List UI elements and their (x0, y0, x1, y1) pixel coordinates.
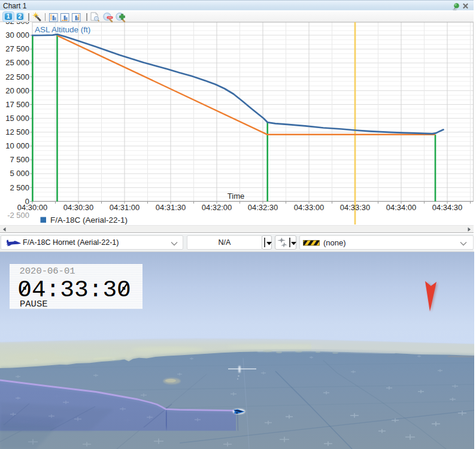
svg-text:ASL Altitude (ft): ASL Altitude (ft) (35, 25, 90, 34)
svg-text:20 000: 20 000 (5, 86, 29, 95)
svg-text:04:32:00: 04:32:00 (202, 203, 232, 212)
svg-text:27 500: 27 500 (5, 44, 29, 53)
svg-text:04:34:30: 04:34:30 (432, 203, 463, 212)
svg-text:7 500: 7 500 (10, 155, 29, 164)
svg-text:04:33:00: 04:33:00 (294, 203, 325, 212)
svg-text:10 000: 10 000 (5, 141, 29, 150)
svg-text:F/A-18C (Aerial-22-1): F/A-18C (Aerial-22-1) (50, 216, 128, 224)
svg-text:5 000: 5 000 (10, 169, 29, 178)
svg-text:2 500: 2 500 (10, 183, 29, 192)
svg-text:04:30:30: 04:30:30 (63, 203, 94, 212)
svg-text:25 000: 25 000 (5, 58, 29, 67)
svg-text:22 500: 22 500 (5, 72, 29, 81)
svg-text:04:34:00: 04:34:00 (386, 203, 417, 212)
svg-text:04:33:30: 04:33:30 (340, 203, 371, 212)
svg-text:04:30:00: 04:30:00 (17, 203, 48, 212)
svg-text:04:31:00: 04:31:00 (110, 203, 140, 212)
svg-text:17 500: 17 500 (5, 100, 29, 109)
svg-text:Time: Time (228, 192, 244, 201)
svg-text:30 000: 30 000 (5, 31, 29, 40)
svg-text:-2 500: -2 500 (7, 211, 29, 220)
svg-text:12 500: 12 500 (5, 128, 29, 136)
svg-text:04:32:30: 04:32:30 (248, 203, 278, 212)
svg-text:15 000: 15 000 (5, 114, 29, 123)
svg-text:04:31:30: 04:31:30 (156, 203, 186, 212)
